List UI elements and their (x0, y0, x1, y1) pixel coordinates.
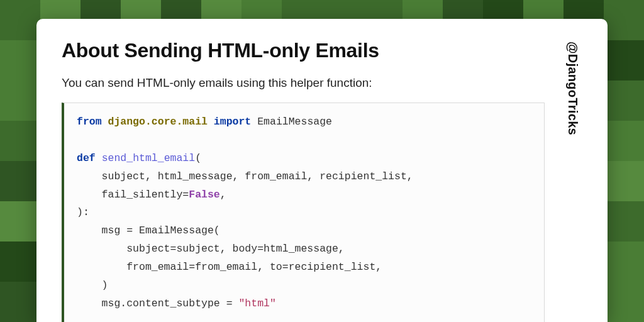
kw-from: from (77, 116, 102, 128)
fn-name: send_html_email (102, 152, 196, 164)
kw-def: def (77, 152, 96, 164)
main-column: About Sending HTML-only Emails You can s… (62, 39, 545, 322)
import-name: EmailMessage (257, 116, 332, 128)
page-title: About Sending HTML-only Emails (62, 39, 545, 62)
intro-text: You can send HTML-only emails using this… (62, 76, 545, 90)
side-column: @DjangoTricks (562, 39, 582, 322)
kw-false: False (189, 189, 220, 201)
body-line-2: subject=subject, body=html_message, (77, 243, 345, 255)
kw-import: import (214, 116, 251, 128)
content-card: About Sending HTML-only Emails You can s… (36, 19, 608, 322)
param-line-2-pre: fail_silently= (77, 189, 189, 201)
body-line-4: ) (77, 279, 108, 291)
param-line-2-post: , (220, 189, 226, 201)
body-line-5-pre: msg.content_subtype = (77, 297, 238, 309)
sig-close: ): (77, 206, 89, 218)
str-html: "html" (238, 297, 275, 309)
param-line-1: subject, html_message, from_email, recip… (77, 170, 413, 182)
body-line-1: msg = EmailMessage( (77, 225, 220, 236)
module-path: django.core.mail (108, 116, 208, 128)
body-line-3: from_email=from_email, to=recipient_list… (77, 261, 382, 273)
code-block: from django.core.mail import EmailMessag… (62, 103, 545, 322)
author-handle: @DjangoTricks (565, 42, 580, 135)
